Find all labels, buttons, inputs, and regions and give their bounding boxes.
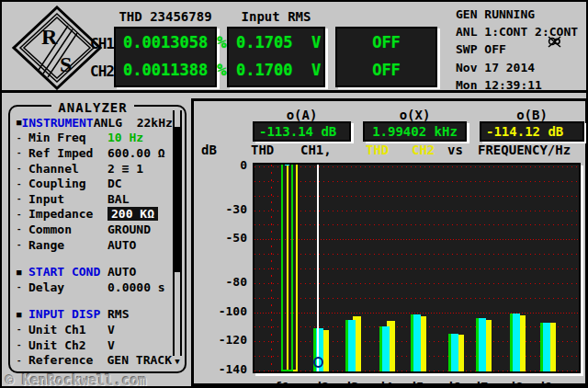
scrollbar-thumb[interactable]	[175, 127, 180, 272]
item-marker-icon: -	[14, 240, 28, 249]
x-tick-d5: d5	[398, 380, 435, 388]
item-name: INSTRUMENT	[21, 116, 93, 130]
item-marker-icon: -	[14, 179, 28, 188]
input-rms-ch1-value: 0.1705 V	[229, 33, 323, 57]
item-value[interactable]: 2 ≡ 1	[107, 162, 143, 176]
graph-title-part: CH2	[412, 143, 435, 157]
readout-label-oX: o(X)	[363, 108, 467, 122]
scrollbar-down-arrow[interactable]: ▼	[173, 356, 182, 368]
item-marker-icon: -	[14, 282, 28, 291]
thd-ch1-value: 0.0013058 %	[116, 33, 215, 57]
speaker-icon	[573, 59, 588, 100]
input-rms-ch2-value: 0.1700 V	[229, 61, 323, 85]
item-value[interactable]: GROUND	[107, 223, 151, 236]
graph-title-part: vs	[447, 143, 463, 157]
menu-item-min-freq[interactable]: -Min Freq10 Hz	[14, 131, 172, 146]
x-tick-f1: f1	[264, 380, 300, 388]
item-value[interactable]: BAL	[107, 192, 129, 206]
item-name: Ref Imped	[28, 146, 107, 160]
item-name: Input	[28, 192, 107, 206]
menu-item-channel[interactable]: -Channel2 ≡ 1	[14, 161, 172, 177]
y-axis-unit: dB	[201, 143, 217, 157]
item-name: Unit Ch1	[28, 323, 107, 337]
item-value[interactable]: 0.0000 s	[107, 280, 165, 294]
analyzer-status: ANL 1:CONT 2:CONT	[456, 25, 578, 40]
item-marker-icon: -	[14, 224, 28, 234]
channel-1-label: CH1	[90, 35, 114, 52]
logo-letter-r: R	[41, 25, 58, 49]
item-value[interactable]: V	[107, 338, 115, 352]
readout-value-oX: 1.99402 kHz	[363, 121, 467, 142]
watermark: © KenRockwell.com	[6, 372, 147, 388]
section-marker-icon: ■	[14, 310, 28, 319]
thd-readout-box: 0.0013058 % 0.0011388 %	[114, 27, 217, 87]
thd-bar-chart[interactable]	[253, 163, 581, 373]
gridline-h	[254, 166, 579, 167]
item-marker-icon: -	[14, 194, 28, 203]
item-name: START COND	[28, 265, 107, 279]
item-value[interactable]: 200 KΩ	[107, 207, 158, 221]
item-value[interactable]: 10 Hz	[107, 131, 143, 144]
menu-item-unit-ch2[interactable]: -Unit Ch2V	[14, 337, 172, 353]
input-rms-readout-box: 0.1705 V 0.1700 V	[227, 27, 325, 87]
item-value[interactable]: 600.00 Ω	[107, 146, 165, 160]
menu-item-common[interactable]: -CommonGROUND	[14, 222, 172, 237]
item-name: Range	[28, 238, 107, 252]
item-name: Impedance	[28, 207, 107, 221]
item-value[interactable]: ANLG 22kHz	[94, 116, 173, 130]
item-value[interactable]: DC	[107, 177, 122, 190]
menu-gap	[14, 295, 172, 307]
header: R S CH1 CH2 THD 23456789 0.0013058 % 0.0…	[2, 2, 586, 93]
menu-item-ref-imped[interactable]: -Ref Imped600.00 Ω	[14, 145, 172, 161]
fundamental-bar-ch1	[281, 163, 293, 371]
section-marker-icon: ■	[14, 118, 21, 127]
menu-item-reference[interactable]: -ReferenceGEN TRACK	[14, 352, 172, 368]
gridline-h	[254, 211, 579, 211]
menu-item-input-disp[interactable]: ■INPUT DISPRMS	[14, 307, 172, 323]
item-value[interactable]: GEN TRACK	[107, 353, 172, 367]
menu-item-delay[interactable]: -Delay0.0000 s	[14, 280, 172, 295]
item-name: Common	[28, 223, 107, 236]
menu-item-instrument[interactable]: ■INSTRUMENTANLG 22kHz	[14, 115, 172, 131]
y-tick--100: -100	[196, 304, 247, 318]
x-cursor-line[interactable]	[317, 165, 319, 371]
item-name: INPUT DISP	[28, 307, 107, 321]
bar-ch1-d6	[448, 334, 458, 371]
item-name: Coupling	[28, 177, 107, 190]
item-value[interactable]: AUTO	[107, 265, 136, 279]
menu-item-coupling[interactable]: -CouplingDC	[14, 176, 172, 191]
item-value[interactable]: V	[107, 323, 115, 337]
monitor-ch1-value: OFF	[337, 33, 435, 57]
graph-title-part: THD	[366, 143, 389, 157]
y-tick--50: -50	[196, 231, 247, 245]
gridline-h	[254, 196, 579, 197]
item-name: Unit Ch2	[28, 338, 107, 352]
readout-value-oB: -114.12 dB	[480, 121, 584, 142]
item-marker-icon: -	[14, 148, 28, 157]
item-value[interactable]: RMS	[107, 307, 129, 321]
bar-ch1-d5	[411, 314, 421, 371]
y-tick--80: -80	[196, 275, 247, 289]
y-tick--140: -140	[196, 362, 247, 376]
item-marker-icon: -	[14, 133, 28, 143]
menu-item-input[interactable]: -InputBAL	[14, 191, 172, 207]
menu-gap	[14, 252, 172, 264]
bar-ch1-d3	[345, 320, 356, 372]
menu-item-impedance[interactable]: -Impedance200 KΩ	[14, 207, 172, 223]
menu-item-range[interactable]: -RangeAUTO	[14, 237, 172, 253]
x-tick-d3: d3	[333, 380, 369, 388]
menu-item-start-cond[interactable]: ■START CONDAUTO	[14, 264, 172, 280]
menu-item-unit-ch1[interactable]: -Unit Ch1V	[14, 322, 172, 337]
menu-scrollbar[interactable]: ▼	[173, 110, 182, 368]
y-tick--120: -120	[196, 333, 247, 347]
x-tick-d9: d9	[526, 380, 563, 388]
gridline-h	[254, 254, 579, 255]
menu-panel-title: ANALYZER	[10, 98, 175, 116]
monitor-ch2-value: OFF	[337, 61, 435, 85]
readout-label-oB: o(B)	[480, 108, 584, 122]
analyzer-menu-panel: ANALYZER ■INSTRUMENTANLG 22kHz-Min Freq1…	[8, 105, 187, 373]
readout-value-oA: -113.14 dB	[253, 121, 351, 142]
gridline-h	[254, 181, 579, 182]
gridline-h	[254, 313, 579, 314]
item-value[interactable]: AUTO	[107, 238, 136, 252]
